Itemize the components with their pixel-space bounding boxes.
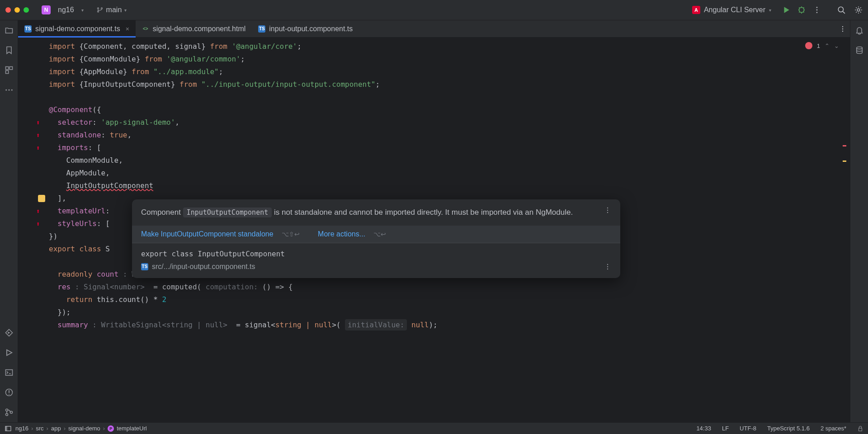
- inspection-indicator[interactable]: 1 ⌃ ⌄: [805, 42, 839, 49]
- file-encoding[interactable]: UTF-8: [740, 425, 756, 432]
- search-icon[interactable]: [837, 6, 845, 14]
- property-icon: P: [108, 425, 114, 432]
- ts-icon: TS: [258, 25, 265, 33]
- next-error-icon[interactable]: ⌄: [834, 42, 839, 49]
- terminal-icon[interactable]: [5, 368, 14, 377]
- editor-area: TS signal-demo.component.ts × <> signal-…: [18, 20, 850, 422]
- folder-icon[interactable]: [5, 26, 14, 35]
- structure-icon[interactable]: [5, 66, 14, 75]
- breadcrumb[interactable]: ng16 › src › app › signal-demo › P templ…: [15, 425, 147, 432]
- tab-label: input-output.component.ts: [269, 25, 353, 33]
- angular-gutter-icon[interactable]: ⬆: [34, 220, 42, 227]
- bookmarks-icon[interactable]: [5, 46, 14, 55]
- debug-icon[interactable]: [797, 6, 806, 14]
- run-configuration[interactable]: A Angular CLI Server ▾: [692, 6, 771, 14]
- run-config-name: Angular CLI Server: [704, 6, 765, 14]
- svg-point-27: [856, 47, 862, 49]
- more-actions-link[interactable]: More actions...: [318, 230, 365, 238]
- svg-point-4: [838, 7, 843, 12]
- breadcrumb-item[interactable]: src: [36, 425, 43, 432]
- statusbar: ng16 › src › app › signal-demo › P templ…: [0, 422, 868, 434]
- svg-rect-13: [5, 370, 12, 376]
- tab-signal-demo-ts[interactable]: TS signal-demo.component.ts ×: [18, 20, 136, 37]
- angular-icon: A: [692, 6, 700, 14]
- angular-gutter-icon[interactable]: ⬆: [34, 144, 42, 151]
- more-icon[interactable]: [604, 207, 611, 214]
- more-icon[interactable]: [5, 85, 14, 94]
- project-badge[interactable]: N: [42, 5, 51, 14]
- notifications-icon[interactable]: [855, 26, 864, 35]
- breadcrumb-item[interactable]: signal-demo: [68, 425, 100, 432]
- svg-point-10: [8, 89, 9, 90]
- svg-point-16: [5, 414, 8, 416]
- close-icon[interactable]: ×: [126, 25, 129, 33]
- tab-input-output-ts[interactable]: TS input-output.component.ts: [252, 20, 359, 37]
- titlebar: N ng16 ▾ main ▾ A Angular CLI Server ▾: [0, 0, 868, 20]
- gear-icon[interactable]: [854, 6, 863, 14]
- maximize-window[interactable]: [24, 7, 29, 13]
- tab-signal-demo-html[interactable]: <> signal-demo.component.html: [136, 20, 252, 37]
- svg-point-21: [607, 208, 608, 208]
- error-badge-icon: [805, 42, 812, 49]
- chevron-down-icon: ▾: [769, 8, 771, 13]
- language-service[interactable]: TypeScript 5.1.6: [767, 425, 810, 432]
- error-tooltip-popup: Component InputOutputComponent is not st…: [132, 199, 620, 278]
- error-mark[interactable]: [843, 145, 846, 146]
- more-icon[interactable]: [604, 263, 611, 270]
- vcs-icon[interactable]: [5, 408, 14, 417]
- ts-icon: TS: [24, 25, 32, 33]
- tab-label: signal-demo.component.html: [153, 25, 245, 33]
- line-separator[interactable]: LF: [722, 425, 729, 432]
- editor-tabs: TS signal-demo.component.ts × <> signal-…: [18, 20, 850, 38]
- svg-rect-29: [5, 426, 7, 431]
- prev-error-icon[interactable]: ⌃: [825, 42, 830, 49]
- more-icon[interactable]: [839, 25, 846, 33]
- svg-point-15: [5, 409, 8, 411]
- run-icon[interactable]: [782, 6, 790, 14]
- vcs-branch[interactable]: main ▾: [96, 6, 127, 14]
- svg-rect-6: [5, 67, 8, 70]
- svg-point-9: [5, 89, 7, 90]
- breadcrumb-item[interactable]: app: [51, 425, 61, 432]
- more-icon[interactable]: [813, 6, 821, 14]
- warning-mark[interactable]: [843, 160, 846, 162]
- intention-bulb-icon[interactable]: [38, 195, 45, 202]
- svg-point-25: [607, 266, 608, 267]
- services-icon[interactable]: [5, 328, 14, 337]
- svg-point-2: [816, 9, 818, 11]
- scrollbar-markers: [842, 38, 846, 422]
- minimize-window[interactable]: [14, 7, 20, 13]
- database-icon[interactable]: [855, 46, 864, 55]
- breadcrumb-item[interactable]: ng16: [15, 425, 28, 432]
- svg-point-22: [607, 210, 608, 211]
- angular-gutter-icon[interactable]: ⬆: [34, 208, 42, 215]
- toolwindow-toggle-icon[interactable]: [5, 425, 12, 432]
- breadcrumb-item[interactable]: templateUrl: [117, 425, 146, 432]
- chevron-down-icon[interactable]: ▾: [81, 8, 84, 13]
- left-toolwindow-bar: [0, 20, 18, 422]
- indent-setting[interactable]: 2 spaces*: [821, 425, 846, 432]
- svg-point-23: [607, 212, 608, 213]
- readonly-toggle-icon[interactable]: [857, 425, 863, 432]
- right-toolwindow-bar: [850, 20, 868, 422]
- svg-rect-7: [9, 67, 12, 70]
- svg-point-20: [842, 30, 843, 31]
- close-window[interactable]: [5, 7, 11, 13]
- project-name[interactable]: ng16: [58, 6, 74, 14]
- code-editor[interactable]: ⬆ ⬆ ⬆ ⬆ ⬆ import {Component, computed, s…: [18, 38, 850, 422]
- angular-gutter-icon[interactable]: ⬆: [34, 132, 42, 139]
- angular-gutter-icon[interactable]: ⬆: [34, 119, 42, 126]
- svg-point-11: [11, 89, 12, 90]
- svg-point-19: [842, 28, 843, 29]
- shortcut-label: ⌥⇧↩: [282, 231, 300, 238]
- svg-point-5: [857, 9, 860, 11]
- svg-point-18: [842, 26, 843, 27]
- error-count: 1: [817, 42, 820, 49]
- run-tool-icon[interactable]: [5, 348, 14, 357]
- quickfix-make-standalone[interactable]: Make InputOutputComponent standalone: [141, 230, 274, 238]
- cursor-position[interactable]: 14:33: [696, 425, 711, 432]
- definition-path[interactable]: src/.../input-output.component.ts: [152, 263, 255, 271]
- svg-point-26: [607, 268, 608, 269]
- svg-rect-8: [5, 71, 8, 73]
- problems-icon[interactable]: [5, 388, 14, 397]
